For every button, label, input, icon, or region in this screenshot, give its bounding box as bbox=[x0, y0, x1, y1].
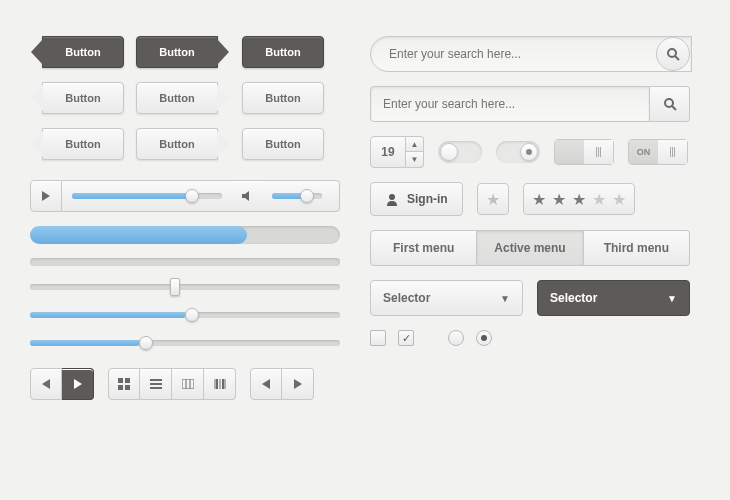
seek-track[interactable] bbox=[62, 180, 232, 212]
radio-checked[interactable] bbox=[476, 330, 492, 346]
next-button-2[interactable] bbox=[282, 368, 314, 400]
button-row-3: Button Button Button bbox=[30, 128, 340, 160]
tab-active[interactable]: Active menu bbox=[477, 230, 583, 266]
search-button-rect[interactable] bbox=[650, 86, 690, 122]
play-button-2[interactable] bbox=[62, 368, 94, 400]
selector-label: Selector bbox=[383, 291, 430, 305]
svg-rect-6 bbox=[150, 387, 162, 389]
svg-rect-2 bbox=[118, 385, 123, 390]
button-label: Button bbox=[265, 92, 300, 104]
svg-line-16 bbox=[675, 56, 679, 60]
stepper-value: 19 bbox=[370, 136, 406, 168]
slider-1[interactable] bbox=[30, 284, 340, 290]
button-light-rect[interactable]: Button bbox=[242, 82, 324, 114]
toggle-round-2[interactable] bbox=[496, 141, 540, 163]
list-icon bbox=[150, 379, 162, 389]
checkbox-checked[interactable]: ✓ bbox=[398, 330, 414, 346]
barcode-view-button[interactable] bbox=[204, 368, 236, 400]
selector-label: Selector bbox=[550, 291, 597, 305]
search-icon bbox=[666, 47, 680, 61]
tab-first[interactable]: First menu bbox=[370, 230, 477, 266]
button-label: Button bbox=[65, 138, 100, 150]
svg-point-17 bbox=[665, 99, 673, 107]
svg-point-19 bbox=[389, 194, 395, 200]
tab-label: Third menu bbox=[604, 241, 669, 255]
toggle-on-label: ON bbox=[629, 140, 658, 164]
number-stepper: 19 ▲ ▼ bbox=[370, 136, 424, 168]
progress-bar-2 bbox=[30, 258, 340, 266]
grid-view-button[interactable] bbox=[108, 368, 140, 400]
search-input-rounded[interactable] bbox=[370, 36, 692, 72]
selector-dark[interactable]: Selector▼ bbox=[537, 280, 690, 316]
svg-rect-5 bbox=[150, 383, 162, 385]
button-light-arrow-left[interactable]: Button bbox=[42, 82, 124, 114]
triangle-left-icon bbox=[42, 379, 50, 389]
prev-button-2[interactable] bbox=[250, 368, 282, 400]
star-rating[interactable]: ★ ★ ★ ★ ★ bbox=[523, 183, 635, 215]
button-label: Button bbox=[65, 92, 100, 104]
star-icon: ★ bbox=[572, 190, 586, 209]
triangle-left-icon bbox=[262, 379, 270, 389]
svg-rect-1 bbox=[125, 378, 130, 383]
button-light-arrow-left-2[interactable]: Button bbox=[42, 128, 124, 160]
slider-3[interactable] bbox=[30, 340, 340, 346]
form-controls-row: ✓ bbox=[370, 330, 690, 346]
prev-button[interactable] bbox=[30, 368, 62, 400]
play-button[interactable] bbox=[30, 180, 62, 212]
button-dark-arrow-left[interactable]: Button bbox=[42, 36, 124, 68]
button-dark-arrow-right[interactable]: Button bbox=[136, 36, 218, 68]
search-button-rounded[interactable] bbox=[656, 37, 690, 71]
toggle-square-2[interactable]: ON bbox=[628, 139, 688, 165]
svg-rect-7 bbox=[182, 379, 194, 389]
tab-third[interactable]: Third menu bbox=[584, 230, 690, 266]
list-view-button[interactable] bbox=[140, 368, 172, 400]
svg-rect-3 bbox=[125, 385, 130, 390]
button-label: Button bbox=[265, 138, 300, 150]
search-icon bbox=[663, 97, 677, 111]
triangle-right-icon bbox=[74, 379, 82, 389]
svg-line-18 bbox=[672, 106, 676, 110]
svg-rect-0 bbox=[118, 378, 123, 383]
play-icon bbox=[41, 191, 51, 201]
tab-label: Active menu bbox=[494, 241, 565, 255]
checkbox-unchecked[interactable] bbox=[370, 330, 386, 346]
star-icon: ★ bbox=[552, 190, 566, 209]
svg-point-15 bbox=[668, 49, 676, 57]
signin-label: Sign-in bbox=[407, 192, 448, 206]
button-light-arrow-right-2[interactable]: Button bbox=[136, 128, 218, 160]
star-single[interactable]: ★ bbox=[477, 183, 509, 215]
volume-track[interactable] bbox=[264, 180, 340, 212]
button-row-2: Button Button Button bbox=[30, 82, 340, 114]
triangle-right-icon bbox=[294, 379, 302, 389]
search-input-rect[interactable] bbox=[370, 86, 650, 122]
radio-unchecked[interactable] bbox=[448, 330, 464, 346]
stepper-up[interactable]: ▲ bbox=[406, 136, 424, 152]
nav-group-1 bbox=[30, 368, 94, 400]
signin-button[interactable]: Sign-in bbox=[370, 182, 463, 216]
stepper-down[interactable]: ▼ bbox=[406, 152, 424, 168]
star-icon: ★ bbox=[532, 190, 546, 209]
progress-bar-1 bbox=[30, 226, 340, 244]
toggle-square-1[interactable] bbox=[554, 139, 614, 165]
slider-2[interactable] bbox=[30, 312, 340, 318]
speaker-icon bbox=[242, 191, 254, 201]
button-dark-rect[interactable]: Button bbox=[242, 36, 324, 68]
volume-button[interactable] bbox=[232, 180, 264, 212]
button-row-1: Button Button Button bbox=[30, 36, 340, 68]
controls-row: 19 ▲ ▼ ON bbox=[370, 136, 690, 168]
tabs: First menu Active menu Third menu bbox=[370, 230, 690, 266]
button-light-rect-2[interactable]: Button bbox=[242, 128, 324, 160]
column-view-button[interactable] bbox=[172, 368, 204, 400]
button-label: Button bbox=[159, 138, 194, 150]
button-label: Button bbox=[65, 46, 100, 58]
nav-controls bbox=[30, 368, 340, 400]
star-icon: ★ bbox=[612, 190, 626, 209]
star-icon: ★ bbox=[592, 190, 606, 209]
button-light-arrow-right[interactable]: Button bbox=[136, 82, 218, 114]
toggle-round-1[interactable] bbox=[438, 141, 482, 163]
nav-group-2 bbox=[250, 368, 314, 400]
tab-label: First menu bbox=[393, 241, 454, 255]
view-group bbox=[108, 368, 236, 400]
selector-light[interactable]: Selector▼ bbox=[370, 280, 523, 316]
selectors-row: Selector▼ Selector▼ bbox=[370, 280, 690, 316]
